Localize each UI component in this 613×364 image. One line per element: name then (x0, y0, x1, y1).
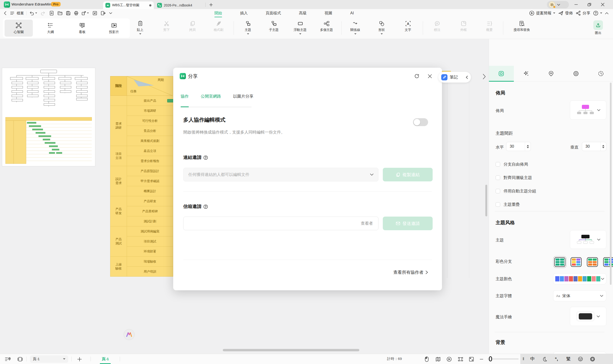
notes-button[interactable]: 筆記 (438, 72, 471, 83)
gantt-task-cell[interactable]: 产品研发 (127, 196, 173, 206)
gantt-task-cell[interactable]: 市場調研 (127, 106, 173, 116)
gantt-table[interactable]: 階段 周期 任務 需求調研項目立項設計需求产品研发产品測試上線驗收 提出产品市場… (110, 76, 173, 277)
zoom-slider-track[interactable] (488, 359, 519, 359)
email-input[interactable] (189, 221, 361, 226)
magic-draw-select[interactable] (570, 307, 606, 326)
gantt-task-cell[interactable]: 測試用例編寫 (127, 226, 173, 236)
gantt-task-cell[interactable]: 用户培訓 (127, 267, 173, 277)
refresh-button[interactable] (414, 73, 420, 79)
vertical-spacing-stepper[interactable]: 30 (582, 142, 606, 151)
gantt-stage-header[interactable]: 階段 (110, 76, 127, 96)
checkbox-row[interactable]: 分支自由佈局 (496, 157, 536, 171)
gantt-task-cell[interactable]: 提出产品 (127, 96, 173, 106)
close-button[interactable] (599, 2, 606, 7)
gantt-task-cell[interactable]: 現場驗收 (127, 257, 173, 267)
export-file-button[interactable] (101, 10, 106, 16)
mode-kanban-button[interactable]: 看板 (68, 20, 96, 37)
gantt-task-cell[interactable]: 可行性分析 (127, 116, 173, 126)
redo-button[interactable] (40, 10, 45, 16)
role-select[interactable]: 查看者 (361, 221, 373, 226)
gantt-task-cell[interactable]: 概要設計 (127, 186, 173, 196)
tab-theme-panel[interactable] (563, 66, 588, 81)
view-collaborators-link[interactable]: 查看所有協作者 (393, 270, 428, 275)
stepper-arrows[interactable] (525, 142, 531, 151)
undo-button[interactable] (29, 10, 37, 16)
doc-tab-active[interactable]: WBS工...發甘特圖 (103, 1, 154, 9)
checkbox[interactable] (496, 175, 500, 180)
gantt-task-cell[interactable]: 測試計劃 (127, 216, 173, 226)
gantt-group-cell[interactable]: 設計需求 (110, 166, 127, 196)
doc-tab-inactive[interactable]: 2026-Pe...ndbook4 (155, 1, 198, 9)
fit-page-button[interactable] (457, 356, 464, 363)
gantt-task-cell[interactable]: 項目測試 (127, 236, 173, 247)
collapse-ribbon-icon[interactable] (605, 12, 608, 14)
gantt-group-cell[interactable]: 产品測試 (110, 226, 127, 257)
navigation-map-button[interactable] (435, 356, 441, 363)
gantt-task-cell[interactable]: 需求分析報告 (127, 156, 173, 166)
mode-slides-button[interactable]: 投影片 (100, 20, 128, 37)
copy-button[interactable]: 拷貝 (180, 19, 205, 38)
gantt-task-cell[interactable]: 产品里程碑 (127, 206, 173, 216)
gantt-task-cell[interactable]: 甲方需求確認 (127, 176, 173, 186)
branch-style-option[interactable] (569, 256, 583, 268)
toolbar-collapse-button[interactable] (109, 10, 112, 16)
format-painter-button[interactable]: 格式刷 (206, 19, 231, 38)
layout-select[interactable] (570, 101, 606, 120)
paste-button[interactable]: 貼上 (128, 19, 153, 38)
checkbox-row[interactable]: 對齊同層級主題 (496, 171, 536, 184)
relation-button[interactable]: 關係線 (343, 19, 368, 38)
outer-frame-button[interactable]: 外框 (451, 19, 476, 38)
dialog-close-button[interactable] (427, 73, 433, 79)
stepper-arrows[interactable] (600, 142, 606, 151)
export-button[interactable]: 匯出 (588, 19, 608, 38)
gantt-group-cell[interactable] (110, 96, 127, 106)
ribbon-tab[interactable]: 插入 (240, 11, 248, 16)
file-menu[interactable]: 檔案 (17, 10, 24, 16)
ime-punctuation-button[interactable]: °, (550, 356, 562, 362)
gantt-task-cell[interactable]: 环境部署 (127, 247, 173, 257)
ribbon-tab[interactable]: 高級 (299, 11, 307, 16)
checkbox[interactable] (496, 189, 500, 193)
page-thumbnails-panel[interactable] (2, 68, 95, 166)
gantt-group-cell[interactable]: 需求調研 (110, 106, 127, 146)
gantt-group-cell[interactable]: 項目立項 (110, 146, 127, 166)
vertical-scrollbar[interactable] (485, 185, 487, 216)
page-panel-button[interactable] (17, 356, 24, 363)
callout-button[interactable]: 標注 (425, 19, 450, 38)
cut-button[interactable]: 剪下 (154, 19, 179, 38)
ime-traditional-button[interactable]: 繁 (562, 356, 574, 362)
topic-button[interactable]: 主題 (235, 19, 260, 38)
floating-topic-button[interactable]: 浮動主題 (286, 19, 314, 38)
collab-mode-toggle[interactable] (413, 118, 428, 126)
ribbon-tab[interactable]: AI (350, 11, 354, 15)
ime-settings-button[interactable] (586, 357, 598, 362)
branch-style-option-selected[interactable] (553, 256, 567, 268)
ribbon-tab[interactable]: 視圖 (325, 11, 332, 16)
new-document-button[interactable] (49, 10, 54, 16)
tab-history-panel[interactable] (588, 66, 613, 81)
horizontal-scrollbar[interactable] (223, 349, 359, 351)
copy-link-button[interactable]: 複製連結 (383, 168, 433, 182)
tab-ai-panel[interactable] (514, 66, 539, 81)
gantt-task-cell[interactable]: 商業模式規劃 (127, 136, 173, 146)
gantt-task-cell[interactable]: 竞品分析 (127, 126, 173, 136)
fullscreen-button[interactable] (468, 356, 475, 363)
theme-select[interactable] (570, 230, 606, 249)
presentation-button[interactable] (446, 356, 452, 363)
branch-style-option[interactable] (586, 256, 599, 268)
gantt-diagonal-header[interactable]: 周期 任務 (127, 76, 173, 96)
gantt-bar[interactable] (167, 99, 173, 103)
zoom-out-button[interactable] (478, 356, 485, 363)
shape-button[interactable]: 形狀 (369, 19, 394, 38)
ime-emoji-button[interactable] (574, 357, 586, 361)
save-button[interactable] (66, 10, 71, 16)
checkbox[interactable] (496, 202, 500, 207)
link-permission-select[interactable]: 任何獲得連結的人都可以編輯文件 (183, 168, 379, 182)
mode-outline-button[interactable]: 大綱 (36, 20, 65, 37)
back-button[interactable] (3, 10, 7, 16)
send-invite-button[interactable]: 發送邀請 (383, 217, 433, 230)
tab-publish-web[interactable]: 公開至網路 (201, 93, 221, 99)
ime-language-button[interactable]: 中 (527, 356, 539, 362)
ime-fullhalf-button[interactable] (539, 357, 550, 361)
sidebar-scrollbar[interactable] (610, 83, 612, 285)
